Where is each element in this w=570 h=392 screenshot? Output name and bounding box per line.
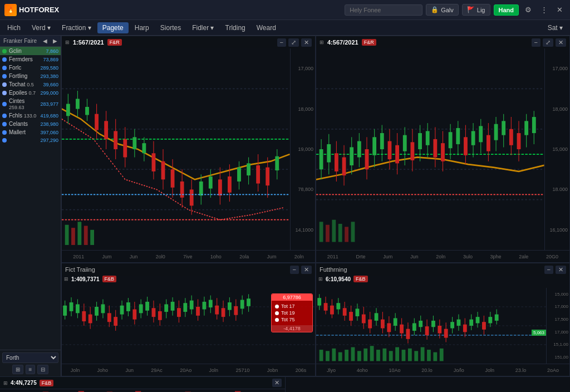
panel-bottom-right-price-tag: 5,063	[532, 330, 546, 336]
svg-rect-10	[85, 107, 89, 115]
chart-topleft-badge: F&R	[107, 39, 122, 46]
sidebar-dot-6	[2, 102, 7, 106]
svg-rect-36	[209, 177, 213, 189]
chart-topright-close[interactable]: ✕	[556, 38, 566, 47]
svg-rect-267	[408, 349, 412, 361]
svg-rect-138	[82, 311, 86, 321]
svg-rect-252	[495, 315, 499, 321]
svg-rect-99	[449, 132, 453, 148]
panel-bottom-right-title: Futthrning	[320, 266, 347, 273]
chart-topright-title: 4:567/2021	[327, 39, 358, 46]
chart-topright-badge: F&R	[362, 39, 376, 46]
sidebar-item-3[interactable]: Fortling 293,380	[0, 72, 61, 80]
svg-rect-77	[365, 149, 369, 169]
menu-item-siortes[interactable]: Siortes	[155, 22, 186, 33]
panel-bottom-right-axis-y: 15,000 17,000 17,500 17,000 15,1.00 151,…	[546, 288, 569, 364]
sidebar-item-1[interactable]: Fermders 73,869	[0, 55, 61, 63]
svg-rect-258	[351, 347, 355, 361]
panel-bottom-left-axis-x: Joln Joho Jun 29Ac 20Ao Joln 25710 Jobn …	[62, 364, 315, 376]
menu-item-pagete[interactable]: Pagete	[97, 22, 129, 33]
sidebar-item-5[interactable]: Epoiles 0.7 299,000	[0, 89, 61, 97]
sidebar-item-4[interactable]: Tochat 0.5 39,660	[0, 80, 61, 89]
sidebar-dot-5	[2, 91, 7, 95]
sidebar-item-0[interactable]: Gclin 7,860	[0, 47, 61, 55]
svg-rect-162	[158, 311, 162, 320]
svg-rect-257	[345, 350, 348, 361]
oscillator-panels: ⊞ 4:4N,7275 F&B ✕	[0, 376, 570, 392]
panel-bottom-right-close[interactable]: ✕	[556, 266, 566, 274]
panel-bottom-right-svg	[316, 288, 569, 364]
sidebar-nav-left[interactable]: ◀	[43, 38, 47, 44]
sidebar-nav-right[interactable]: ▶	[53, 38, 57, 44]
sidebar-item-10[interactable]: 297,290	[0, 136, 61, 144]
settings-icon-btn[interactable]: ⚙	[522, 4, 534, 16]
svg-rect-111	[494, 124, 498, 140]
chart-topright-minimize[interactable]: −	[532, 38, 540, 47]
svg-rect-148	[114, 317, 117, 326]
menu-item-verd[interactable]: Verd ▾	[27, 22, 56, 33]
chart-topleft-minimize[interactable]: −	[277, 38, 286, 47]
sidebar-select[interactable]: Forth	[2, 352, 58, 363]
svg-rect-65	[320, 149, 323, 169]
svg-rect-117	[517, 133, 521, 149]
chart-topleft-close[interactable]: ✕	[301, 38, 312, 47]
chart-topright-svg	[316, 48, 569, 250]
hand-button[interactable]: Hand	[494, 4, 519, 16]
menu-item-hich[interactable]: Hich	[2, 22, 26, 33]
sidebar-value-4: 39,660	[43, 82, 58, 87]
svg-rect-182	[222, 308, 225, 317]
menu-item-fraction[interactable]: Fraction ▾	[57, 22, 96, 33]
menu-item-sat[interactable]: Sat ▾	[543, 22, 568, 33]
svg-rect-254	[326, 351, 330, 361]
legend-dot-3	[275, 318, 279, 322]
oscillator-left-close[interactable]: ✕	[272, 379, 282, 387]
svg-rect-48	[266, 168, 269, 186]
svg-rect-53	[65, 225, 69, 245]
sidebar-label-4: Tochat 0.5	[9, 81, 43, 87]
svg-rect-55	[77, 222, 81, 245]
svg-rect-136	[76, 304, 80, 313]
svg-rect-109	[487, 135, 490, 151]
svg-rect-172	[190, 301, 194, 310]
svg-rect-69	[335, 153, 338, 171]
svg-rect-248	[482, 322, 486, 330]
menu-item-fidler[interactable]: Fidler ▾	[187, 22, 219, 33]
sidebar-item-2[interactable]: Forlc 289,580	[0, 63, 61, 72]
chart-topleft-maximize[interactable]: ⤢	[288, 38, 299, 47]
galv-button[interactable]: 🔒 Galv	[426, 4, 459, 16]
svg-rect-124	[332, 220, 336, 242]
panel-bottom-right-minimize[interactable]: −	[544, 266, 553, 274]
svg-rect-32	[190, 189, 194, 205]
svg-rect-89	[410, 142, 414, 160]
panel-bottom-left-minimize[interactable]: −	[290, 266, 299, 274]
panel-bottom-left-close[interactable]: ✕	[301, 266, 312, 274]
svg-rect-265	[395, 347, 399, 361]
sidebar-item-7[interactable]: Fchls 133.0 419,680	[0, 111, 61, 120]
chart-topright-maximize[interactable]: ⤢	[543, 38, 553, 47]
menu-item-harp[interactable]: Harp	[130, 22, 154, 33]
sidebar-icon-btn-2[interactable]: ≡	[26, 365, 36, 374]
more-icon-btn[interactable]: ⋮	[538, 4, 551, 16]
sidebar-dot-7	[2, 114, 7, 118]
svg-rect-22	[142, 143, 146, 153]
close-icon-btn[interactable]: ✕	[554, 4, 566, 16]
svg-rect-40	[228, 177, 232, 193]
sidebar-label-0: Gclin	[9, 48, 46, 54]
svg-rect-228	[419, 321, 422, 327]
chart-topright-header: ⊞ 4:567/2021 F&R − ⤢ ✕	[316, 36, 569, 48]
lig-button[interactable]: 🚩 Lig	[462, 4, 490, 16]
sidebar-item-8[interactable]: Celants 238,980	[0, 120, 61, 128]
svg-rect-164	[164, 304, 168, 312]
sidebar-icon-btn-1[interactable]: ⊞	[12, 365, 23, 374]
oscillator-left-body	[0, 389, 285, 392]
menu-item-trlding[interactable]: Trlding	[220, 22, 250, 33]
svg-rect-34	[199, 182, 203, 195]
menu-item-weard[interactable]: Weard	[252, 22, 281, 33]
sidebar-label-6: Cintes 259.63	[9, 98, 40, 110]
logo-icon: 🔥	[4, 4, 17, 16]
sidebar-item-9[interactable]: Mallert 397,060	[0, 128, 61, 136]
search-input[interactable]	[345, 4, 422, 16]
sidebar-item-6[interactable]: Cintes 259.63 283,977	[0, 97, 61, 111]
svg-rect-210	[362, 315, 366, 324]
sidebar-icon-btn-3[interactable]: ⊟	[37, 365, 48, 374]
